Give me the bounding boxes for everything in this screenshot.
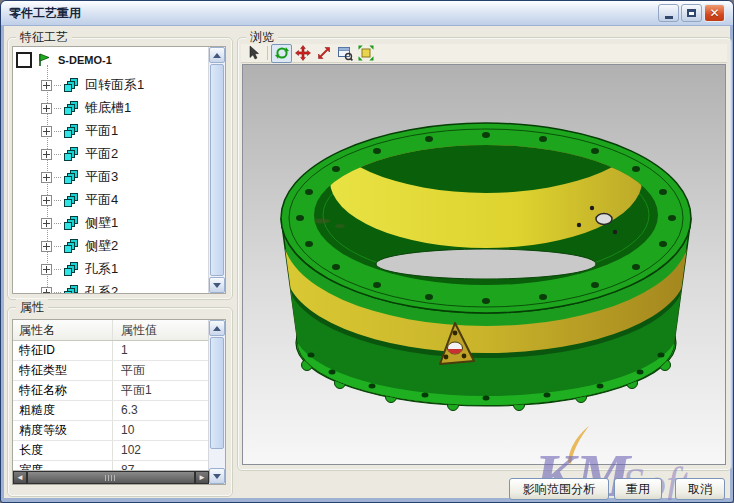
properties-scrollbar[interactable] <box>208 320 225 484</box>
rotate-icon <box>274 45 290 61</box>
properties-hscrollbar[interactable]: ◄ ► <box>13 470 209 484</box>
dialog-window: 零件工艺重用 ✕ 特征工艺 S-DEMO-1 <box>0 0 734 503</box>
tree-item[interactable]: 锥底槽1 <box>41 98 131 118</box>
expand-icon[interactable] <box>41 287 52 295</box>
feature-icon <box>63 284 79 294</box>
tree-scrollbar[interactable] <box>208 47 225 293</box>
table-row[interactable]: 长度102 <box>13 441 209 461</box>
scroll-up-button[interactable] <box>209 47 225 63</box>
reuse-button[interactable]: 重用 <box>614 478 662 500</box>
tree-item[interactable]: 侧壁1 <box>41 213 118 233</box>
tree-item-label: 平面2 <box>85 145 118 163</box>
expand-icon[interactable] <box>41 241 52 252</box>
feature-icon <box>63 238 79 254</box>
tree-item[interactable]: 平面2 <box>41 144 118 164</box>
title-bar[interactable]: 零件工艺重用 <box>1 1 733 25</box>
tree-item[interactable]: 平面3 <box>41 167 118 187</box>
zoom-tool-button[interactable] <box>313 44 334 63</box>
expand-icon[interactable] <box>41 218 52 229</box>
table-header-row: 属性名 属性值 <box>13 320 209 341</box>
feature-icon <box>63 100 79 116</box>
select-tool-button[interactable] <box>243 44 264 63</box>
arrow-down-icon <box>213 283 221 288</box>
dialog-client-area: 特征工艺 S-DEMO-1 回转面系1 锥底槽1 平面 <box>4 26 730 498</box>
maximize-button[interactable] <box>681 4 702 22</box>
window-title: 零件工艺重用 <box>1 5 81 22</box>
feature-tree-group: 特征工艺 S-DEMO-1 回转面系1 锥底槽1 平面 <box>7 37 233 300</box>
expand-icon[interactable] <box>41 80 52 91</box>
prop-value: 1 <box>113 341 209 360</box>
column-header[interactable]: 属性名 <box>13 320 113 340</box>
table-row[interactable]: 精度等级10 <box>13 421 209 441</box>
expand-icon[interactable] <box>41 264 52 275</box>
tree-item-label: 侧壁1 <box>85 214 118 232</box>
tree-item[interactable]: 侧壁2 <box>41 236 118 256</box>
table-row[interactable]: 特征名称平面1 <box>13 381 209 401</box>
tree-item[interactable]: 孔系2 <box>41 282 118 294</box>
tree-item-label: 锥底槽1 <box>85 99 131 117</box>
close-icon: ✕ <box>709 7 719 19</box>
scroll-thumb[interactable] <box>210 64 224 276</box>
tree-item[interactable]: 平面1 <box>41 121 118 141</box>
zoom-fit-icon <box>358 45 374 61</box>
zoom-fit-tool-button[interactable] <box>355 44 376 63</box>
analyze-scope-button[interactable]: 影响范围分析 <box>509 478 609 500</box>
expand-icon[interactable] <box>41 172 52 183</box>
tree-item[interactable]: 平面4 <box>41 190 118 210</box>
scroll-thumb[interactable] <box>210 337 224 449</box>
arrow-down-icon <box>213 474 221 479</box>
browser-group: 浏览 <box>237 37 732 471</box>
prop-value: 平面 <box>113 361 209 380</box>
prop-name: 精度等级 <box>13 421 113 440</box>
tree-item[interactable]: 回转面系1 <box>41 75 144 95</box>
scroll-left-button[interactable]: ◄ <box>13 471 27 484</box>
view-toolbar <box>241 44 727 63</box>
feature-tree: S-DEMO-1 回转面系1 锥底槽1 平面1 平面2 平面3 平面4 侧壁1 … <box>12 46 226 294</box>
expand-icon[interactable] <box>41 126 52 137</box>
rotate-tool-button[interactable] <box>271 44 292 63</box>
tree-root-item[interactable]: S-DEMO-1 <box>13 50 112 70</box>
pan-tool-button[interactable] <box>292 44 313 63</box>
scroll-down-button[interactable] <box>209 277 225 293</box>
hscroll-thumb[interactable] <box>27 471 195 484</box>
feature-icon <box>63 77 79 93</box>
minimize-icon <box>665 16 673 19</box>
tree-item-label: 平面1 <box>85 122 118 140</box>
tree-item-label: 回转面系1 <box>85 76 144 94</box>
close-button[interactable]: ✕ <box>704 4 725 22</box>
cursor-icon <box>246 45 262 61</box>
expand-icon[interactable] <box>41 103 52 114</box>
tree-item-label: 平面3 <box>85 168 118 186</box>
scroll-up-button[interactable] <box>209 320 225 336</box>
tree-item-label: 孔系2 <box>85 283 118 294</box>
table-row[interactable]: 粗糙度6.3 <box>13 401 209 421</box>
properties-caption: 属性 <box>16 299 48 316</box>
scroll-right-button[interactable]: ► <box>195 471 209 484</box>
cancel-button[interactable]: 取消 <box>675 478 725 500</box>
zoom-dynamic-icon <box>316 45 332 61</box>
column-header[interactable]: 属性值 <box>113 320 209 340</box>
feature-icon <box>63 261 79 277</box>
prop-value: 102 <box>113 441 209 460</box>
tree-item[interactable]: 孔系1 <box>41 259 118 279</box>
expand-icon[interactable] <box>41 195 52 206</box>
tree-root-checkbox[interactable] <box>16 52 32 68</box>
expand-icon[interactable] <box>41 149 52 160</box>
minimize-button[interactable] <box>658 4 679 22</box>
zoom-window-tool-button[interactable] <box>334 44 355 63</box>
table-row[interactable]: 特征ID1 <box>13 341 209 361</box>
table-row[interactable]: 特征类型平面 <box>13 361 209 381</box>
prop-value: 平面1 <box>113 381 209 400</box>
scroll-down-button[interactable] <box>209 468 225 484</box>
prop-name: 长度 <box>13 441 113 460</box>
arrow-up-icon <box>213 53 221 58</box>
prop-name: 特征ID <box>13 341 113 360</box>
properties-table: 属性名 属性值 特征ID1 特征类型平面 特征名称平面1 粗糙度6.3 精度等级… <box>12 319 226 485</box>
feature-icon <box>63 192 79 208</box>
feature-icon <box>63 169 79 185</box>
zoom-window-icon <box>337 45 353 61</box>
maximize-icon <box>687 9 696 17</box>
tree-root-label: S-DEMO-1 <box>58 54 112 66</box>
3d-viewport[interactable] <box>242 64 726 465</box>
feature-icon <box>63 215 79 231</box>
